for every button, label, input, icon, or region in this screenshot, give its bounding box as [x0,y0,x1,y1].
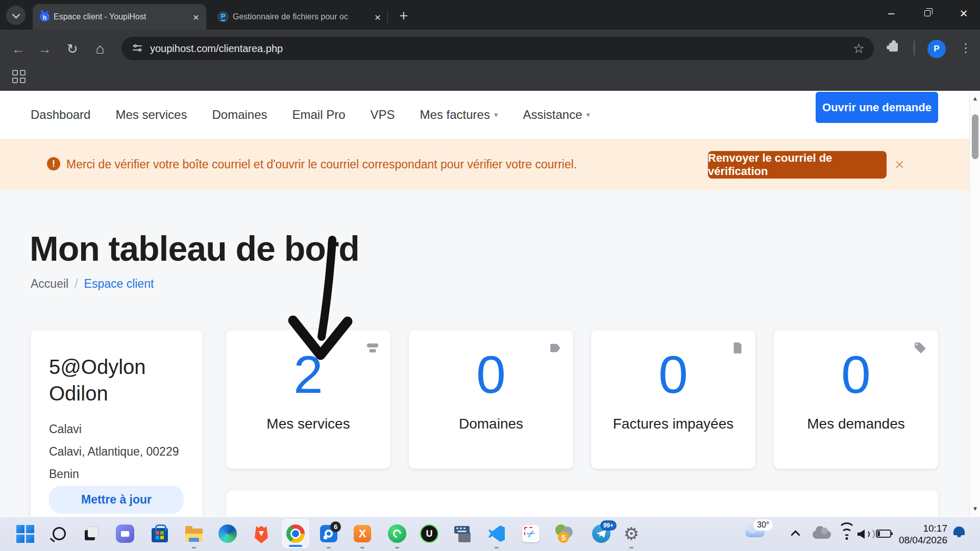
metatrader5-icon: 5 [554,524,573,543]
store-icon [152,528,168,542]
scroll-down-icon[interactable]: ▼ [970,505,980,512]
brave-browser[interactable] [250,521,273,546]
back-button[interactable]: ← [9,40,28,58]
scrollbar-thumb[interactable] [972,114,978,159]
temperature-label: 30° [753,519,773,531]
page-title: Mon tableau de bord [30,229,359,268]
active-indicator [289,545,302,547]
u-app[interactable]: U [418,521,440,546]
whatsapp-app[interactable] [386,521,408,546]
banner-message: Merci de vérifier votre boîte courriel e… [66,158,577,171]
brave-icon [253,524,270,543]
notification-badge: 99+ [600,520,617,531]
reload-button[interactable]: ↻ [63,40,82,58]
stat-label: Mes services [226,416,390,432]
profile-avatar[interactable]: P [927,40,946,58]
breadcrumb-home[interactable]: Accueil [31,277,68,291]
nav-domaines[interactable]: Domaines [212,108,267,122]
nav-assistance[interactable]: Assistance▾ [523,108,590,122]
tab-title: Espace client - YoupiHost [54,12,189,21]
task-view[interactable] [80,521,103,546]
page-scrollbar[interactable]: ▲ ▼ [969,91,980,517]
nav-vps[interactable]: VPS [371,108,395,122]
bookmark-star-icon[interactable]: ☆ [853,41,865,57]
caret-down-icon: ▾ [494,110,498,119]
weather-widget[interactable]: 30° [744,519,776,548]
url-text[interactable]: youpihost.com/clientarea.php [150,43,853,55]
u-app-icon: U [420,524,438,543]
profile-card: 5@Odylon Odilon Calavi Calavi, Atlantiqu… [31,330,203,544]
card-mes-demandes[interactable]: 0 Mes demandes [774,330,938,469]
tab-search-button[interactable] [6,6,26,25]
address-bar[interactable]: youpihost.com/clientarea.php ☆ [121,37,874,60]
messaging-app[interactable]: 6 [317,521,340,546]
folder-icon [185,529,203,542]
site-nav-items: Dashboard Mes services Domaines Email Pr… [31,91,590,139]
breadcrumb-current[interactable]: Espace client [84,277,154,291]
battery-icon[interactable] [876,530,891,538]
site-settings-icon[interactable] [133,45,143,52]
vscode-icon [488,525,505,542]
tab-gestionnaire-fichiers[interactable]: P Gestionnaire de fichiers pour oc × [210,4,388,30]
update-profile-button[interactable]: Mettre à jour [49,486,184,514]
client-name: 5@Odylon Odilon [49,354,172,407]
tab-espace-client[interactable]: h Espace client - YoupiHost × [33,4,206,30]
chat-app[interactable] [114,521,136,546]
vscode-app[interactable] [485,521,508,546]
search-icon [53,527,66,540]
snipping-tool[interactable]: ✂ [520,521,542,546]
forward-button[interactable]: → [36,40,54,58]
scroll-up-icon[interactable]: ▲ [970,95,980,102]
breadcrumb-separator: / [75,277,78,291]
resend-verification-button[interactable]: Renvoyer le courriel de vérification [708,151,887,179]
taskbar-clock[interactable]: 10:17 08/04/2026 [899,522,947,546]
card-domaines[interactable]: 0 Domaines [409,330,573,469]
onedrive-icon[interactable] [813,531,831,539]
apps-grid-icon[interactable] [12,70,26,83]
window-restore-button[interactable] [911,0,944,27]
keyboard-icon [454,525,472,542]
address-line: Calavi [49,418,179,440]
new-tab-button[interactable]: + [399,7,408,24]
extensions-icon[interactable] [889,43,898,52]
edge-browser[interactable] [216,521,239,546]
notification-badge: 6 [330,521,341,532]
file-explorer[interactable] [183,521,205,546]
chrome-browser[interactable] [284,521,307,546]
banner-close-icon[interactable]: × [895,155,904,174]
card-factures-impayees[interactable]: 0 Factures impayées [591,330,755,469]
volume-icon[interactable] [857,529,873,540]
stat-value: 0 [591,344,755,405]
stat-value: 0 [409,344,573,405]
home-button[interactable]: ⌂ [91,40,109,58]
stat-value: 2 [226,344,390,405]
chrome-icon [286,524,305,543]
card-mes-services[interactable]: 2 Mes services [226,330,390,469]
close-tab-icon[interactable]: × [193,12,199,22]
nav-mes-factures[interactable]: Mes factures▾ [420,108,498,122]
xampp-app[interactable]: X [351,521,374,546]
nav-email-pro[interactable]: Email Pro [292,108,346,122]
stat-label: Factures impayées [591,416,755,432]
metatrader5-app[interactable]: 5 [552,521,575,546]
bookmarks-bar [0,67,980,91]
window-minimize-button[interactable]: – [875,0,908,27]
start-button[interactable] [14,521,36,546]
taskbar-search[interactable] [48,521,70,546]
browser-menu-icon[interactable]: ⋮ [960,41,972,55]
telegram-app[interactable]: 99+ [590,521,612,546]
microsoft-store[interactable] [149,521,171,546]
open-ticket-button[interactable]: Ouvrir une demande [816,92,938,123]
running-indicator [495,547,499,548]
nav-dashboard[interactable]: Dashboard [31,108,90,122]
touch-keyboard[interactable] [452,521,474,546]
settings-app[interactable]: ⚙ [620,521,643,546]
window-close-button[interactable]: × [947,0,980,27]
notification-bell-icon[interactable] [953,527,965,535]
nav-mes-services[interactable]: Mes services [115,108,187,122]
close-tab-icon[interactable]: × [375,12,381,22]
telegram-icon: 99+ [592,524,610,543]
running-indicator [327,547,331,548]
screen: h Espace client - YoupiHost × P Gestionn… [0,0,980,551]
wifi-icon[interactable] [838,528,855,540]
